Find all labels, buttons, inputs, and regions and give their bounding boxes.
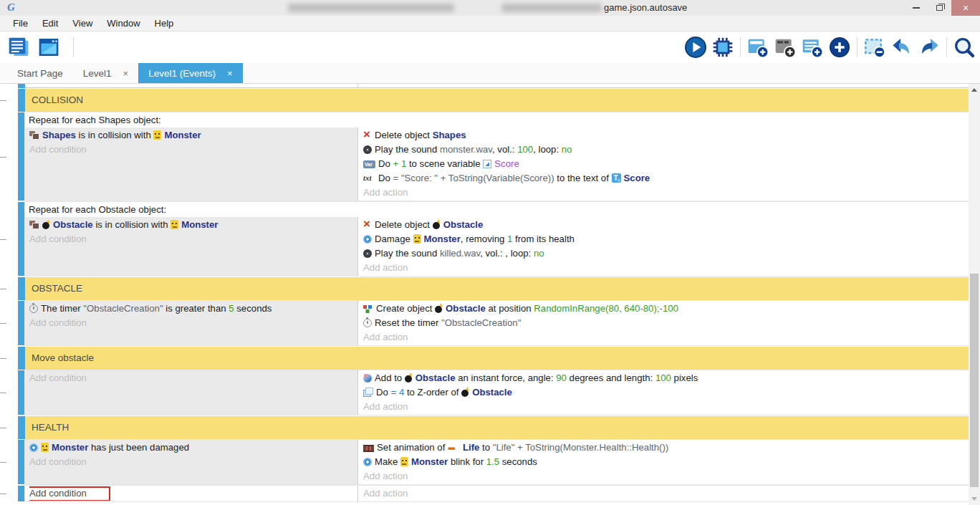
menu-file[interactable]: File (6, 18, 35, 29)
add-condition-link[interactable]: Add condition (29, 371, 357, 385)
group-handle[interactable] (18, 347, 25, 370)
action-line[interactable]: Delete object Obstacle (363, 218, 969, 232)
scroll-up-icon[interactable] (971, 88, 977, 92)
event-block[interactable]: The timer "ObstacleCreation" is greater … (18, 301, 969, 345)
action-line[interactable]: Do = "Score: " + ToString(Variable(Score… (363, 171, 969, 186)
menu-window[interactable]: Window (100, 18, 147, 29)
repeat-header[interactable]: Repeat for each Obstacle object: (25, 202, 969, 217)
group-handle[interactable] (18, 277, 25, 300)
gutter-tick (0, 358, 6, 359)
event-block[interactable]: Add conditionAdd to Obstacle an instant … (18, 370, 969, 415)
var-icon (363, 160, 375, 168)
action-line[interactable]: Do = 4 to Z-order of Obstacle (363, 385, 969, 400)
tab-level1-events[interactable]: Level1 (Events)× (138, 63, 242, 83)
search-icon[interactable] (953, 36, 976, 59)
event-handle[interactable] (18, 440, 25, 484)
text-segment: Delete object (375, 219, 433, 230)
debug-icon[interactable] (711, 36, 734, 59)
text-segment: The timer (41, 303, 83, 314)
scroll-down-icon[interactable] (971, 497, 977, 501)
action-line[interactable]: Delete object Shapes (363, 128, 969, 143)
action-line[interactable]: Set animation of Life to "Life" + ToStri… (363, 441, 969, 455)
action-line[interactable]: Reset the timer "ObstacleCreation" (363, 316, 969, 330)
event-handle[interactable] (18, 84, 25, 88)
text-segment: from its health (512, 234, 575, 244)
group-handle[interactable] (18, 89, 25, 112)
partial-actions (358, 84, 969, 87)
add-comment-icon[interactable] (774, 36, 797, 59)
event-handle[interactable] (18, 301, 25, 345)
minimize-button[interactable] (904, 0, 928, 16)
add-action-link[interactable]: Add action (363, 469, 969, 484)
add-condition-link[interactable]: Add condition (29, 232, 357, 246)
redo-icon[interactable] (918, 36, 941, 59)
group-label: OBSTACLE (25, 277, 969, 300)
add-condition-link[interactable]: Add condition (29, 316, 357, 330)
condition-line[interactable]: The timer "ObstacleCreation" is greater … (29, 302, 357, 316)
add-action-link[interactable]: Add action (363, 486, 969, 501)
event-group-move-obstacle[interactable]: Move obstacle (18, 347, 969, 370)
event-group-obstacle[interactable]: OBSTACLE (18, 277, 969, 300)
scrollbar-thumb[interactable] (970, 274, 979, 487)
action-line[interactable]: Damage Monster, removing 1 from its heal… (363, 232, 969, 246)
action-line[interactable]: Add to Obstacle an instant force, angle:… (363, 371, 969, 385)
text-segment: no (534, 248, 544, 259)
menu-help[interactable]: Help (148, 18, 181, 29)
add-event-icon[interactable] (746, 36, 769, 59)
action-line[interactable]: Play the sound killed.wav, vol.: , loop:… (363, 246, 969, 261)
vertical-scrollbar[interactable] (969, 84, 980, 505)
close-button[interactable]: × (951, 0, 980, 16)
action-line[interactable]: Make Monster blink for 1.5 seconds (363, 455, 969, 469)
tab-label: Start Page (17, 68, 63, 79)
text-segment: 100 (517, 144, 533, 155)
tab-close-icon[interactable]: × (123, 68, 129, 79)
zorder-icon (363, 388, 373, 397)
add-condition-link[interactable]: Add condition (29, 143, 357, 157)
redacted-title-segment (501, 4, 602, 12)
remove-selection-icon[interactable] (863, 36, 886, 59)
text-segment: , vol.: (492, 144, 517, 155)
event-block[interactable]: Monster has just been damagedAdd conditi… (18, 440, 969, 484)
add-subevent-icon[interactable] (801, 36, 824, 59)
add-action-link[interactable]: Add action (363, 330, 969, 345)
action-line[interactable]: Create object Obstacle at position Rando… (363, 302, 969, 316)
gutter-tick (0, 462, 6, 463)
condition-line[interactable]: Monster has just been damaged (29, 441, 357, 455)
event-handle[interactable] (18, 112, 25, 201)
add-condition-link[interactable]: Add condition (29, 455, 357, 469)
tab-close-icon[interactable]: × (227, 68, 233, 79)
menu-view[interactable]: View (65, 18, 100, 29)
add-action-link[interactable]: Add action (363, 186, 969, 200)
group-handle[interactable] (18, 416, 25, 439)
add-condition-link[interactable]: Add condition (29, 486, 357, 501)
condition-line[interactable]: Shapes is in collision with Monster (29, 128, 357, 143)
condition-line[interactable]: Obstacle is in collision with Monster (29, 218, 357, 232)
event-group-collision[interactable]: COLLISION (18, 89, 969, 112)
event-handle[interactable] (18, 486, 25, 501)
event-handle[interactable] (18, 370, 25, 415)
action-line[interactable]: Do + 1 to scene variable Score (363, 157, 969, 171)
repeat-header[interactable]: Repeat for each Shapes object: (25, 112, 969, 128)
menu-edit[interactable]: Edit (35, 18, 65, 29)
event-block[interactable]: Repeat for each Obstacle object:Obstacle… (18, 202, 969, 276)
add-other-icon[interactable] (828, 36, 851, 59)
restore-button[interactable] (928, 0, 951, 16)
tab-start-page[interactable]: Start Page (7, 63, 73, 83)
event-content: Monster has just been damagedAdd conditi… (25, 440, 969, 484)
event-block[interactable]: Add conditionAdd action (18, 486, 969, 501)
add-action-link[interactable]: Add action (363, 400, 969, 414)
add-action-link[interactable]: Add action (363, 261, 969, 275)
action-line[interactable]: Play the sound monster.wav, vol.: 100, l… (363, 143, 969, 157)
event-group-health[interactable]: HEALTH (18, 416, 969, 439)
start-scene-icon[interactable] (37, 36, 60, 59)
event-handle[interactable] (18, 202, 25, 276)
collision-icon (29, 221, 39, 229)
event-body: Add conditionAdd action (25, 486, 969, 501)
toolbar-group (684, 36, 734, 59)
undo-icon[interactable] (890, 36, 913, 59)
project-manager-icon[interactable] (7, 36, 30, 59)
tab-level1[interactable]: Level1× (73, 63, 138, 83)
text-segment: Obstacle (53, 219, 93, 230)
play-icon[interactable] (684, 36, 707, 59)
event-block[interactable]: Repeat for each Shapes object:Shapes is … (18, 112, 969, 201)
